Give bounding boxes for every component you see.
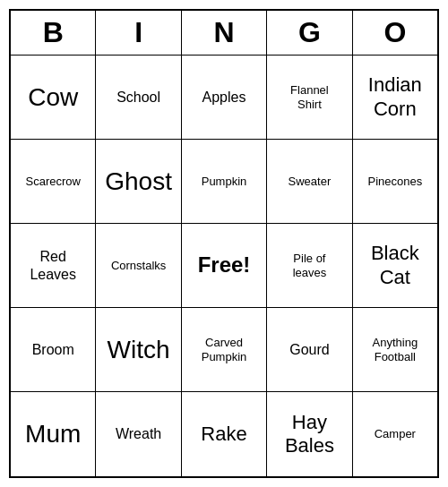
grid-cell-1-2: Pumpkin (182, 140, 267, 224)
cell-text-0-2: Apples (202, 89, 246, 106)
grid-row-1: ScarecrowGhostPumpkinSweaterPinecones (11, 140, 437, 224)
header-letter-g: G (267, 11, 352, 56)
grid-row-4: MumWreathRakeHayBalesCamper (11, 392, 437, 476)
grid-cell-2-3: Pile ofleaves (267, 224, 352, 308)
bingo-card: BINGO CowSchoolApplesFlannelShirtIndianC… (9, 9, 439, 478)
grid-row-3: BroomWitchCarvedPumpkinGourdAnythingFoot… (11, 308, 437, 392)
header-letter-b: B (11, 11, 96, 56)
cell-text-2-4: BlackCat (371, 242, 419, 289)
cell-text-0-3: FlannelShirt (290, 83, 329, 111)
cell-text-1-4: Pinecones (367, 175, 422, 189)
cell-text-4-0: Mum (25, 419, 81, 449)
grid-cell-2-4: BlackCat (353, 224, 437, 308)
grid-cell-0-1: School (96, 56, 181, 140)
grid-cell-0-4: IndianCorn (353, 56, 437, 140)
cell-text-4-4: Camper (375, 427, 416, 441)
cell-text-2-0: RedLeaves (30, 248, 76, 282)
cell-text-4-3: HayBales (285, 411, 334, 458)
header-letter-i: I (96, 11, 181, 56)
grid-cell-3-3: Gourd (267, 308, 352, 392)
grid-row-2: RedLeavesCornstalksFree!Pile ofleavesBla… (11, 224, 437, 308)
grid-row-0: CowSchoolApplesFlannelShirtIndianCorn (11, 56, 437, 140)
cell-text-4-1: Wreath (116, 425, 161, 442)
cell-text-1-2: Pumpkin (202, 175, 247, 189)
cell-text-2-2: Free! (198, 252, 251, 278)
grid-cell-3-0: Broom (11, 308, 96, 392)
cell-text-3-3: Gourd (289, 341, 329, 358)
cell-text-2-1: Cornstalks (111, 259, 166, 273)
cell-text-3-2: CarvedPumpkin (202, 336, 247, 363)
grid-cell-4-2: Rake (182, 392, 267, 476)
grid-cell-3-1: Witch (96, 308, 181, 392)
cell-text-1-1: Ghost (105, 167, 172, 197)
cell-text-2-3: Pile ofleaves (293, 252, 327, 279)
grid-cell-2-2: Free! (182, 224, 267, 308)
grid-cell-1-3: Sweater (267, 140, 352, 224)
cell-text-0-4: IndianCorn (368, 73, 422, 121)
grid-cell-0-3: FlannelShirt (267, 56, 352, 140)
grid-cell-3-2: CarvedPumpkin (182, 308, 267, 392)
header-letter-o: O (353, 11, 437, 56)
cell-text-3-1: Witch (108, 335, 170, 365)
grid-cell-2-1: Cornstalks (96, 224, 181, 308)
grid-cell-0-0: Cow (11, 56, 96, 140)
grid-cell-4-0: Mum (11, 392, 96, 476)
grid-cell-1-4: Pinecones (353, 140, 437, 224)
bingo-header: BINGO (11, 11, 437, 56)
bingo-grid: CowSchoolApplesFlannelShirtIndianCornSca… (11, 56, 437, 476)
header-letter-n: N (182, 11, 267, 56)
cell-text-1-3: Sweater (289, 175, 332, 189)
grid-cell-4-4: Camper (353, 392, 437, 476)
grid-cell-2-0: RedLeaves (11, 224, 96, 308)
cell-text-1-0: Scarecrow (25, 175, 80, 189)
grid-cell-0-2: Apples (182, 56, 267, 140)
grid-cell-3-4: AnythingFootball (353, 308, 437, 392)
grid-cell-1-1: Ghost (96, 140, 181, 224)
cell-text-0-0: Cow (28, 82, 78, 113)
cell-text-3-4: AnythingFootball (373, 336, 418, 363)
cell-text-4-2: Rake (201, 423, 246, 446)
grid-cell-4-1: Wreath (96, 392, 181, 476)
grid-cell-1-0: Scarecrow (11, 140, 96, 224)
grid-cell-4-3: HayBales (267, 392, 352, 476)
cell-text-0-1: School (116, 89, 160, 106)
cell-text-3-0: Broom (32, 341, 74, 358)
